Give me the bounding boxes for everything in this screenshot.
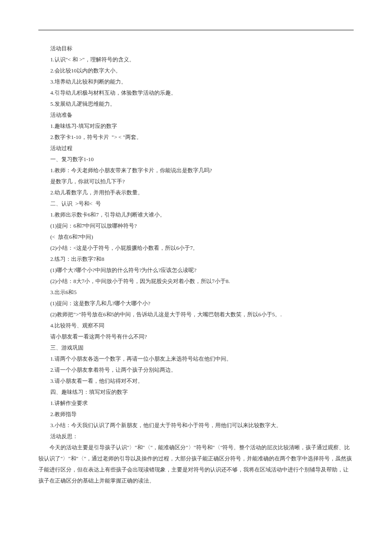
text-line: 3.小结：今天我们认识了两个新朋友，他们是大于符号和小于符号，用他们可以来比较数… (38, 420, 354, 431)
text-line: 1.讲解作业要求 (38, 398, 354, 409)
document-page: 活动目标 1.认识"< 和 >"，理解符号的含义。 2.会比较10以内的数字大小… (0, 0, 392, 512)
text-line: 2.会比较10以内的数字大小。 (38, 65, 354, 76)
text-line: 活动反思： (38, 431, 354, 442)
text-line: 2.请一个小朋友拿着符号，让两个孩子分别站两边。 (38, 364, 354, 376)
text-line: 2.数字卡1-10，符号卡片 "> < "两套。 (38, 132, 354, 143)
text-line: (2)小结：<这是小于符号，小屁股撅给小数看，所以6小于7。 (38, 243, 354, 254)
text-line: 三、游戏巩固 (38, 342, 354, 353)
text-line: 2.教师指导 (38, 409, 354, 420)
text-line: (1)提问：这是数字几和几?哪个大哪个小? (38, 298, 354, 309)
text-line: 4.引导幼儿积极与材料互动，体验数学活动的乐趣。 (38, 87, 354, 98)
text-line: 2.练习：出示数字7和8 (38, 254, 354, 265)
text-line: 2.幼儿看数字几，并用拍手表示数量。 (38, 187, 354, 198)
text-line: (1)提问：6和7中间可以放哪种符号? (38, 220, 354, 231)
text-line: 1.请两个小朋友各选一个数字，再请一位小朋友上来选符号站在他们中间。 (38, 353, 354, 364)
text-line: 3.出示6和5 (38, 287, 354, 298)
text-line: 1.教师出示数卡6和7，引导幼儿判断谁大谁小。 (38, 209, 354, 220)
text-line: 1.趣味练习-填写对应的数字 (38, 121, 354, 132)
text-line: 四、趣味练习：填写对应的数字 (38, 387, 354, 398)
reflection-paragraph: 今天的活动主要是引导孩子认识"〉"和"〈"，能准确区分"〉"符号和"〈"符号。整… (38, 442, 354, 486)
text-line: 5.发展幼儿逻辑思维能力。 (38, 98, 354, 110)
text-line: (2)小结：8大7小，中间放小于符号，因为屁股尖尖对着小数，所以7小于8. (38, 276, 354, 287)
text-line: (1)哪个大?哪个小?中间放的什么符号?为什么?应该怎么读呢? (38, 265, 354, 276)
text-line: 请小朋友看一看这两个符号有什么不同? (38, 331, 354, 342)
text-line: 活动准备 (38, 110, 354, 121)
text-line: 是数字几，你就可以拍几下手? (38, 176, 354, 187)
text-line: 3.请小朋友看一看，他们站得对不对。 (38, 376, 354, 387)
text-line: 二、认识 >号和< 号 (38, 198, 354, 209)
text-line: 一、复习数字1-10 (38, 154, 354, 165)
text-line: 4.比较符号、观察不同 (38, 320, 354, 331)
text-line: 活动目标 (38, 43, 354, 54)
text-line: (2)教师把">"符号放在6和5的中间，告诉幼儿这是大于符号，大嘴巴朝着大数笑，… (38, 309, 354, 320)
text-line: 1.认识"< 和 >"，理解符号的含义。 (38, 54, 354, 65)
text-line: (< 放在6和7中间) (38, 231, 354, 243)
horizontal-rule (38, 30, 354, 30)
text-line: 1.教师：今天老师给小朋友带来了数字卡片，你能说出是数字几吗? (38, 165, 354, 176)
text-line: 活动过程 (38, 143, 354, 154)
text-line: 3.培养幼儿比较和判断的能力。 (38, 76, 354, 87)
